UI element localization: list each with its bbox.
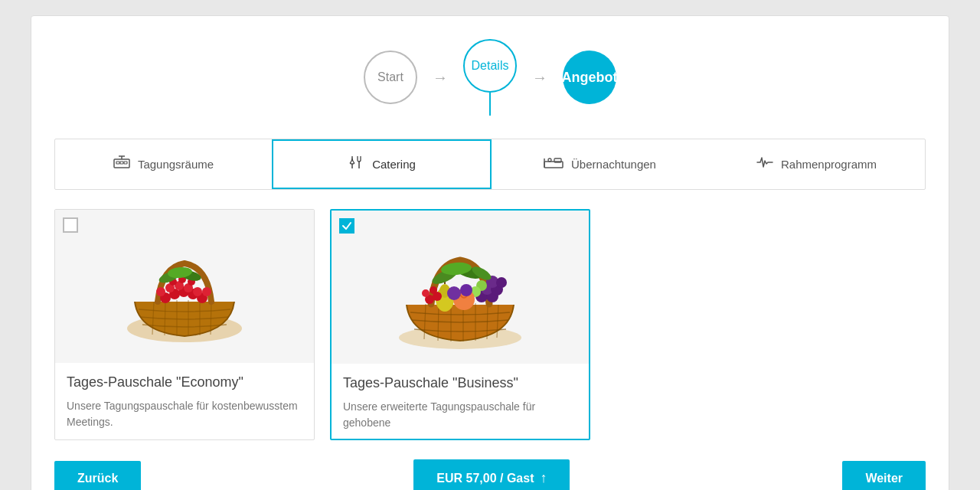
step-label-start: Start — [377, 70, 403, 84]
step-details: Details — [463, 39, 517, 116]
svg-point-60 — [447, 286, 461, 300]
price-arrow-icon: ↑ — [540, 470, 547, 486]
tab-label-tagungsraeume: Tagungsräume — [138, 158, 214, 171]
step-label-details: Details — [472, 59, 509, 73]
checkbox-economy[interactable] — [63, 217, 78, 233]
price-button[interactable]: EUR 57,00 / Gast ↑ — [413, 459, 570, 490]
card-body-business: Tages-Pauschale "Business" Unsere erweit… — [332, 364, 589, 439]
tab-label-rahmenprogramm: Rahmenprogramm — [781, 158, 877, 171]
tagung-icon — [113, 155, 130, 173]
step-circle-start[interactable]: Start — [364, 51, 417, 104]
svg-point-49 — [496, 277, 507, 288]
bed-icon — [544, 155, 564, 173]
svg-point-29 — [202, 287, 211, 296]
card-title-business: Tages-Pauschale "Business" — [343, 375, 577, 391]
tab-rahmenprogramm[interactable]: Rahmenprogramm — [708, 139, 925, 189]
svg-rect-1 — [116, 162, 119, 164]
step-circle-angebot[interactable]: Angebot — [563, 51, 616, 104]
cards-area: Tages-Pauschale "Economy" Unsere Tagungs… — [54, 209, 926, 440]
step-label-angebot: Angebot — [562, 70, 618, 86]
card-body-economy: Tages-Pauschale "Economy" Unsere Tagungs… — [55, 363, 314, 438]
next-button[interactable]: Weiter — [842, 461, 926, 491]
step-angebot: Angebot — [563, 51, 616, 104]
step-circle-details[interactable]: Details — [463, 39, 517, 93]
tab-tagungsraeume[interactable]: Tagungsräume — [55, 139, 272, 189]
price-label: EUR 57,00 / Gast — [436, 472, 534, 485]
catering-icon — [348, 155, 364, 174]
tab-label-uebernachtungen: Übernachtungen — [571, 158, 656, 171]
card-economy[interactable]: Tages-Pauschale "Economy" Unsere Tagungs… — [54, 209, 315, 440]
svg-rect-2 — [120, 162, 123, 164]
svg-point-58 — [422, 289, 430, 297]
back-button[interactable]: Zurück — [54, 461, 141, 491]
tab-catering[interactable]: Catering — [272, 139, 492, 189]
tab-navigation: Tagungsräume Catering — [54, 139, 926, 190]
svg-point-24 — [156, 287, 165, 296]
card-image-business — [332, 211, 589, 364]
card-business[interactable]: Tages-Pauschale "Business" Unsere erweit… — [330, 209, 590, 440]
svg-rect-3 — [124, 162, 127, 164]
card-desc-business: Unsere erweiterte Tagungspauschale für g… — [343, 399, 577, 431]
tab-uebernachtungen[interactable]: Übernachtungen — [492, 139, 708, 189]
svg-point-61 — [460, 284, 472, 296]
step-start: Start — [364, 51, 417, 104]
wizard-steps: Start → Details → Angebot — [54, 39, 926, 116]
activity-icon — [756, 155, 773, 173]
main-container: Start → Details → Angebot — [31, 15, 949, 490]
arrow-1: → — [433, 69, 448, 87]
card-title-economy: Tages-Pauschale "Economy" — [67, 374, 302, 390]
svg-point-28 — [193, 287, 202, 296]
svg-point-11 — [548, 158, 551, 162]
wizard-connector — [489, 93, 491, 116]
svg-point-59 — [430, 286, 437, 294]
arrow-2: → — [532, 69, 547, 87]
card-image-economy — [55, 210, 314, 363]
checkbox-business[interactable] — [339, 218, 354, 234]
tab-label-catering: Catering — [372, 158, 416, 171]
card-desc-economy: Unsere Tagungspauschale für kostenbewuss… — [67, 398, 302, 430]
bottom-bar: Zurück EUR 57,00 / Gast ↑ Weiter — [54, 448, 926, 490]
